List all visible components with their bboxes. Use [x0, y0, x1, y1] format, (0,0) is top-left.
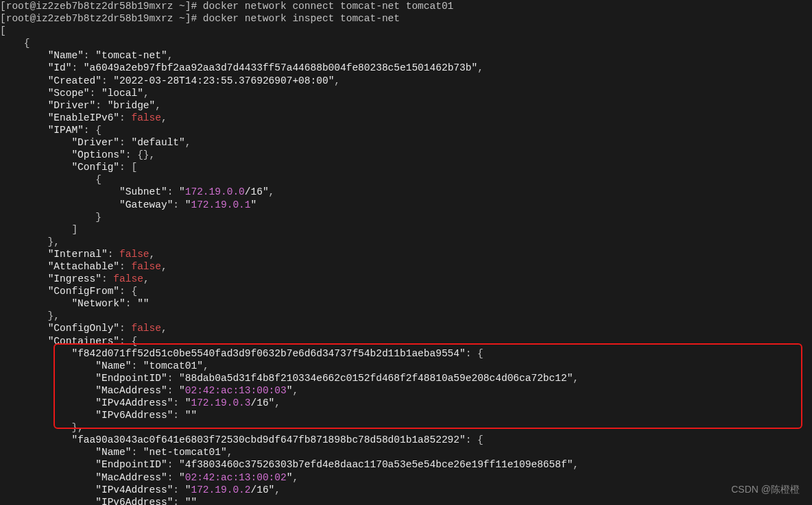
container1-endpoint: 88dab0a5d31f4b8f210334e662c0152fd468f2f4… [185, 373, 567, 384]
container2-name: net-tomcat01 [150, 447, 221, 458]
container1-ipv4-suffix: /16 [250, 397, 268, 408]
container1-mac: 02:42:ac:13:00:03 [185, 385, 287, 396]
network-name: tomcat-net [102, 50, 161, 61]
ingress: false [113, 273, 143, 284]
container1-name: tomcat01 [150, 360, 198, 371]
network-scope: local [108, 88, 138, 99]
container1-key: f842d071ff52d51c0be5540fad3d9f0632b7e6d6… [77, 348, 459, 359]
container2-key: faa90a3043ac0f641e6803f72530cbd9df647fb8… [77, 434, 459, 445]
network-id: a6049a2eb97fbf2aa92aa3d7d4433ff57a44688b… [90, 62, 472, 73]
prompt-1-cmd: docker network connect tomcat-net tomcat… [197, 1, 453, 12]
ipam-subnet-ip: 172.19.0.0 [185, 186, 245, 197]
container1-ipv4-ip: 172.19.0.3 [191, 397, 250, 408]
ipam-subnet-suffix: /16 [245, 186, 263, 197]
internal: false [119, 249, 150, 260]
network-created: 2022-03-28T14:23:55.376926907+08:00 [119, 75, 329, 86]
prompt-2-userhost: [root@iz2zeb7b8tz2dr58b19mxrz ~]# [0, 13, 197, 24]
terminal-output: [root@iz2zeb7b8tz2dr58b19mxrz ~]# docker… [0, 0, 812, 505]
container2-ipv4-suffix: /16 [250, 484, 268, 495]
enable-ipv6: false [131, 112, 161, 123]
container2-endpoint: 4f3803460c37526303b7efd4e8daac1170a53e5e… [185, 459, 567, 470]
network-driver: bridge [113, 100, 149, 111]
container2-ipv4-ip: 172.19.0.2 [191, 484, 250, 495]
container2-mac: 02:42:ac:13:00:02 [185, 472, 287, 483]
watermark: CSDN @陈橙橙 [731, 483, 800, 495]
attachable: false [131, 261, 161, 272]
configonly: false [131, 323, 161, 334]
prompt-2-cmd: docker network inspect tomcat-net [197, 13, 400, 24]
ipam-driver: default [137, 137, 179, 148]
ipam-gateway: 172.19.0.1 [191, 199, 250, 210]
prompt-1-userhost: [root@iz2zeb7b8tz2dr58b19mxrz ~]# [0, 1, 197, 12]
